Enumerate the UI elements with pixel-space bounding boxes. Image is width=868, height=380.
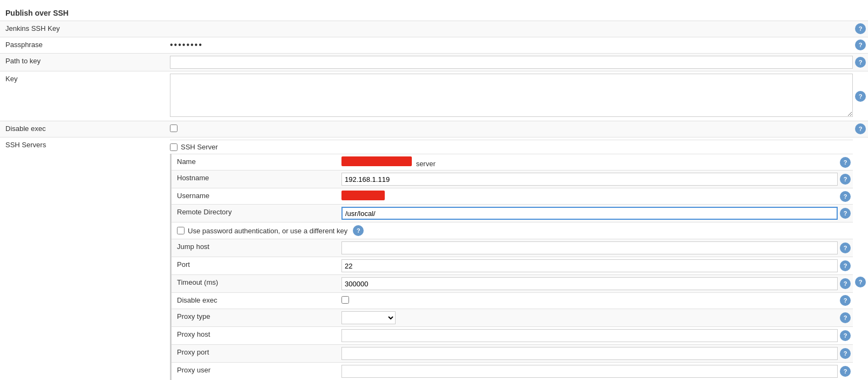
remote-directory-input[interactable] (341, 207, 838, 220)
ssh-servers-label: SSH Servers (0, 137, 168, 152)
ssh-servers-help-icon[interactable]: ? (855, 277, 866, 287)
disable-exec-label: Disable exec (0, 121, 168, 136)
proxy-type-select[interactable] (341, 311, 396, 324)
proxy-type-field[interactable]: ? (339, 309, 853, 326)
path-to-key-field[interactable]: ? (168, 54, 868, 71)
username-redacted (341, 191, 385, 200)
timeout-input[interactable] (341, 277, 838, 290)
server-disable-exec-label: Disable exec (172, 293, 339, 307)
key-row: Key ? (0, 71, 868, 121)
passphrase-value: •••••••• (170, 40, 203, 49)
hostname-label: Hostname (172, 171, 339, 185)
server-disable-exec-field[interactable]: ? (339, 293, 853, 308)
port-label: Port (172, 257, 339, 272)
proxy-host-label: Proxy host (172, 327, 339, 342)
jenkins-ssh-key-field: ? (168, 21, 868, 36)
timeout-field[interactable]: ? (339, 275, 853, 292)
username-field[interactable]: ? (339, 188, 853, 204)
passphrase-field: •••••••• ? (168, 37, 868, 53)
proxy-host-row: Proxy host ? (172, 326, 853, 344)
disable-exec-row: Disable exec ? (0, 121, 868, 137)
hostname-field[interactable]: ? (339, 171, 853, 188)
page-container: Publish over SSH Jenkins SSH Key ? Passp… (0, 0, 868, 380)
username-help-icon[interactable]: ? (840, 191, 851, 202)
remote-directory-field[interactable]: ? (339, 205, 853, 222)
name-field[interactable]: server ? (339, 154, 853, 170)
ssh-server-subform: Name server ? (170, 154, 853, 380)
name-row: Name server ? (172, 154, 853, 170)
timeout-label: Timeout (ms) (172, 275, 339, 290)
passphrase-row: Passphrase •••••••• ? (0, 37, 868, 53)
ssh-server-checkbox[interactable] (170, 143, 177, 151)
proxy-port-field[interactable]: ? (339, 345, 853, 362)
ssh-server-section-label: SSH Server (181, 143, 218, 151)
port-input[interactable] (341, 259, 838, 272)
name-help-icon[interactable]: ? (840, 157, 851, 168)
proxy-port-help-icon[interactable]: ? (840, 348, 851, 359)
disable-exec-field[interactable]: ? (168, 121, 868, 136)
remote-directory-label: Remote Directory (172, 205, 339, 219)
key-textarea[interactable] (170, 74, 853, 117)
username-label: Username (172, 188, 339, 203)
key-help-icon[interactable]: ? (855, 91, 866, 102)
remote-directory-help-icon[interactable]: ? (840, 208, 851, 219)
path-to-key-help-icon[interactable]: ? (855, 57, 866, 68)
jenkins-ssh-key-row: Jenkins SSH Key ? (0, 21, 868, 37)
name-redacted (341, 156, 412, 166)
ssh-servers-field: SSH Server Name server (168, 137, 868, 380)
jump-host-input[interactable] (341, 241, 838, 254)
timeout-row: Timeout (ms) ? (172, 274, 853, 292)
port-row: Port ? (172, 257, 853, 274)
proxy-host-field[interactable]: ? (339, 327, 853, 344)
jenkins-ssh-key-label: Jenkins SSH Key (0, 21, 168, 36)
key-label: Key (0, 71, 168, 86)
proxy-host-input[interactable] (341, 329, 838, 342)
use-password-checkbox[interactable] (177, 227, 185, 234)
proxy-host-help-icon[interactable]: ? (840, 330, 851, 341)
proxy-type-help-icon[interactable]: ? (840, 312, 851, 323)
port-field[interactable]: ? (339, 257, 853, 274)
proxy-port-input[interactable] (341, 347, 838, 360)
use-password-row: Use password authentication, or use a di… (172, 222, 853, 239)
jenkins-ssh-key-help-icon[interactable]: ? (855, 23, 866, 34)
proxy-user-label: Proxy user (172, 363, 339, 377)
server-disable-exec-help-icon[interactable]: ? (840, 295, 851, 306)
passphrase-help-icon[interactable]: ? (855, 40, 866, 50)
proxy-type-label: Proxy type (172, 309, 339, 324)
proxy-user-row: Proxy user ? (172, 362, 853, 380)
hostname-help-icon[interactable]: ? (840, 174, 851, 185)
page-title: Publish over SSH (0, 5, 868, 21)
use-password-label: Use password authentication, or use a di… (188, 227, 347, 235)
jump-host-row: Jump host ? (172, 239, 853, 257)
timeout-help-icon[interactable]: ? (840, 278, 851, 289)
path-to-key-label: Path to key (0, 54, 168, 68)
ssh-servers-row: SSH Servers SSH Server Name (0, 137, 868, 380)
path-to-key-input[interactable] (170, 56, 853, 69)
ssh-server-header: SSH Server (170, 140, 853, 154)
port-help-icon[interactable]: ? (840, 260, 851, 271)
passphrase-label: Passphrase (0, 37, 168, 52)
name-server-suffix: server (416, 160, 436, 168)
jump-host-help-icon[interactable]: ? (840, 243, 851, 253)
proxy-port-row: Proxy port ? (172, 344, 853, 362)
disable-exec-help-icon[interactable]: ? (855, 123, 866, 134)
hostname-input[interactable] (341, 173, 838, 186)
server-disable-exec-checkbox[interactable] (341, 296, 349, 304)
proxy-user-help-icon[interactable]: ? (840, 366, 851, 377)
disable-exec-checkbox[interactable] (170, 125, 177, 132)
proxy-type-row: Proxy type ? (172, 309, 853, 326)
jump-host-label: Jump host (172, 239, 339, 254)
key-field[interactable]: ? (168, 71, 868, 121)
path-to-key-row: Path to key ? (0, 53, 868, 71)
hostname-row: Hostname ? (172, 170, 853, 188)
jump-host-field[interactable]: ? (339, 239, 853, 257)
proxy-user-field[interactable]: ? (339, 363, 853, 380)
proxy-user-input[interactable] (341, 365, 838, 378)
proxy-port-label: Proxy port (172, 345, 339, 359)
server-disable-exec-row: Disable exec ? (172, 292, 853, 309)
username-row: Username ? (172, 188, 853, 204)
name-label: Name (172, 154, 339, 169)
use-password-help-icon[interactable]: ? (353, 225, 364, 236)
remote-directory-row: Remote Directory ? (172, 204, 853, 222)
